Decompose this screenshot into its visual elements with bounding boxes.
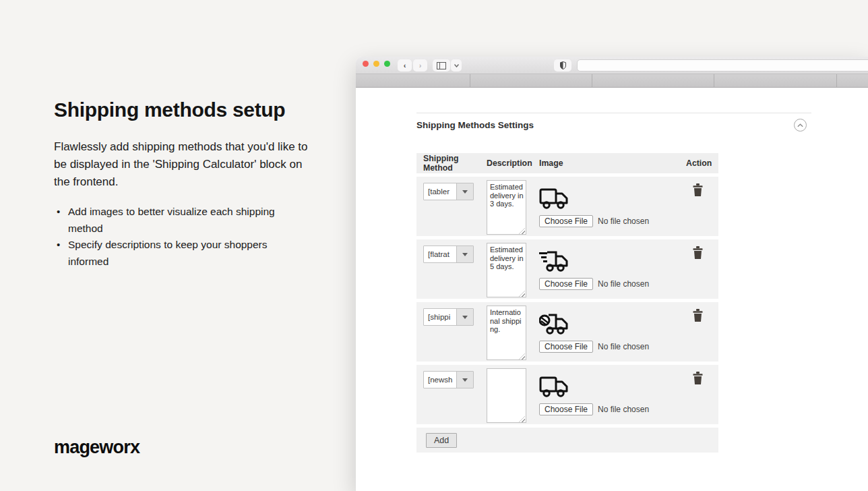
browser-window: ‹ › <box>356 57 868 491</box>
column-header-action: Action <box>686 158 718 168</box>
delete-row-button[interactable] <box>693 246 704 259</box>
close-window-button[interactable] <box>363 61 369 67</box>
browser-tab[interactable] <box>592 74 714 87</box>
description-textarea[interactable]: International shipping. <box>487 306 526 360</box>
sidebar-button[interactable] <box>433 59 450 71</box>
select-value: [shippi <box>424 309 456 325</box>
shipping-method-select[interactable]: [tabler <box>423 183 474 200</box>
choose-file-button[interactable]: Choose File <box>539 278 593 290</box>
delete-row-button[interactable] <box>693 372 704 384</box>
caret-down-icon <box>462 253 468 256</box>
select-value: [tabler <box>424 183 456 200</box>
table-row: [newsh Choose File <box>416 365 718 424</box>
file-status-text: No file chosen <box>598 405 649 414</box>
forward-button[interactable]: › <box>413 59 427 71</box>
truck-icon <box>539 376 569 401</box>
shield-icon <box>560 61 566 69</box>
url-address-input[interactable] <box>577 59 868 71</box>
description-textarea[interactable]: Estimated delivery in 3 days. <box>487 180 526 235</box>
column-header-description: Description <box>487 158 539 168</box>
file-status-text: No file chosen <box>598 216 649 226</box>
back-button[interactable]: ‹ <box>398 59 412 71</box>
caret-down-icon <box>462 378 468 382</box>
mageworx-logo: mageworx <box>54 437 140 458</box>
browser-tab[interactable] <box>837 74 868 87</box>
file-status-text: No file chosen <box>598 279 649 289</box>
feature-item: Specify descriptions to keep your shoppe… <box>57 237 286 270</box>
table-row: [shippi International shipping. <box>416 302 718 362</box>
caret-down-icon <box>462 316 468 319</box>
table-row: [tabler Estimated delivery in 3 days. <box>416 177 718 236</box>
table-header-row: Shipping Method Description Image Action <box>416 153 718 173</box>
browser-tab-bar <box>356 74 868 88</box>
shipping-method-select[interactable]: [shippi <box>423 308 474 326</box>
select-value: [newsh <box>424 372 456 388</box>
back-icon: ‹ <box>404 62 406 69</box>
choose-file-button[interactable]: Choose File <box>539 403 593 415</box>
zoom-window-button[interactable] <box>384 61 390 67</box>
feature-item: Add images to better visualize each ship… <box>57 204 286 237</box>
browser-tab[interactable] <box>356 74 470 87</box>
truck-globe-icon <box>539 313 569 339</box>
browser-tab[interactable] <box>714 74 837 87</box>
table-row: [flatrat Estimated delivery in 5 days. <box>416 239 718 299</box>
privacy-report-button[interactable] <box>554 59 571 71</box>
choose-file-button[interactable]: Choose File <box>539 215 593 227</box>
trash-icon <box>693 309 703 322</box>
chevron-up-circle-icon <box>797 123 803 127</box>
column-header-image: Image <box>539 158 686 168</box>
admin-page-content: Shipping Methods Settings Shipping Metho… <box>356 88 868 490</box>
truck-fast-icon <box>539 250 569 276</box>
shipping-method-select[interactable]: [flatrat <box>423 246 474 263</box>
section-divider <box>416 113 811 113</box>
sidebar-icon <box>437 62 446 69</box>
page-description: Flawlessly add shipping methods that you… <box>54 138 313 191</box>
browser-tab[interactable] <box>470 74 592 87</box>
page-title: Shipping methods setup <box>54 98 285 121</box>
shipping-methods-table: Shipping Method Description Image Action… <box>416 153 718 453</box>
caret-down-icon <box>462 190 468 194</box>
trash-icon <box>693 183 703 196</box>
table-footer-row: Add <box>416 428 718 453</box>
select-value: [flatrat <box>424 246 456 262</box>
description-textarea[interactable]: Estimated delivery in 5 days. <box>487 243 526 297</box>
trash-icon <box>693 372 703 384</box>
select-arrow-button[interactable] <box>456 183 473 200</box>
feature-list: Add images to better visualize each ship… <box>57 204 286 270</box>
column-header-shipping-method: Shipping Method <box>416 154 487 173</box>
shipping-method-select[interactable]: [newsh <box>423 371 474 388</box>
file-status-text: No file chosen <box>598 342 649 351</box>
forward-icon: › <box>419 62 422 69</box>
sidebar-dropdown-button[interactable] <box>451 59 462 71</box>
browser-toolbar: ‹ › <box>356 57 868 74</box>
minimize-window-button[interactable] <box>373 61 379 67</box>
description-textarea[interactable] <box>487 368 526 423</box>
select-arrow-button[interactable] <box>456 309 473 325</box>
add-row-button[interactable]: Add <box>426 433 457 448</box>
delete-row-button[interactable] <box>693 309 704 322</box>
delete-row-button[interactable] <box>693 183 704 196</box>
truck-icon <box>539 187 569 213</box>
select-arrow-button[interactable] <box>456 372 473 388</box>
section-title: Shipping Methods Settings <box>416 120 534 130</box>
choose-file-button[interactable]: Choose File <box>539 341 593 353</box>
select-arrow-button[interactable] <box>456 246 473 262</box>
section-collapse-button[interactable] <box>794 119 807 132</box>
chevron-down-icon <box>454 64 459 67</box>
trash-icon <box>693 246 703 259</box>
